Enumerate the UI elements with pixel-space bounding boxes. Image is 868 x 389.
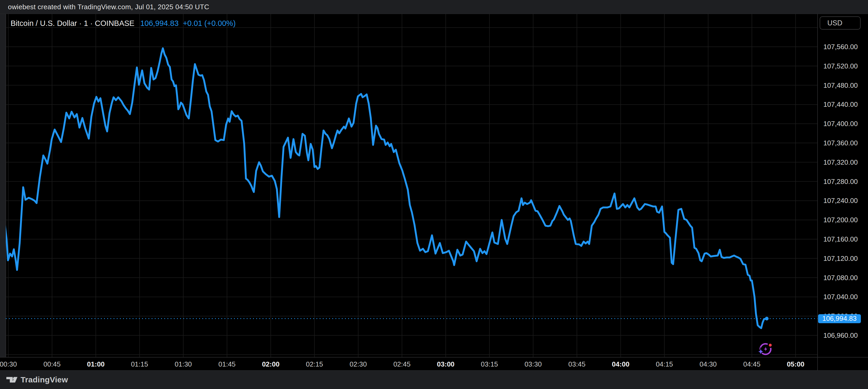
time-axis-label: 02:00 — [262, 357, 280, 370]
chart-graphics — [0, 14, 868, 370]
red-dot-icon — [768, 343, 772, 347]
legend-change: +0.01 (+0.00%) — [183, 19, 236, 28]
tradingview-logo-icon — [6, 377, 18, 383]
time-axis-label: 04:15 — [656, 357, 673, 370]
price-line-series — [5, 48, 767, 328]
legend-last-price: 106,994.83 — [140, 19, 179, 28]
time-axis-label: 01:45 — [218, 357, 236, 370]
chart-borders — [0, 14, 868, 370]
price-axis-label: 107,040.00 — [824, 293, 858, 301]
time-axis-label: 04:00 — [612, 357, 629, 370]
gridlines — [6, 14, 817, 357]
price-axis-label: 107,240.00 — [824, 197, 858, 205]
time-axis-label: 02:15 — [306, 357, 323, 370]
price-axis-label: 107,280.00 — [824, 178, 858, 185]
price-axis-label: 107,080.00 — [824, 274, 858, 282]
bottom-bar: TradingView — [0, 370, 868, 389]
time-axis-label: 03:30 — [525, 357, 542, 370]
price-axis-label: 107,320.00 — [824, 158, 858, 166]
time-axis-label: 05:00 — [787, 357, 805, 370]
chart-legend: Bitcoin / U.S. Dollar · 1 · COINBASE 106… — [10, 19, 236, 28]
price-axis-label: 107,520.00 — [824, 62, 858, 70]
tradingview-snapshot: owiebest created with TradingView.com, J… — [0, 0, 868, 389]
price-axis-label: 107,480.00 — [824, 81, 858, 89]
last-price-marker-dot — [765, 317, 769, 321]
time-axis-label: 00:45 — [43, 357, 61, 370]
currency-toggle-label: USD — [827, 19, 842, 27]
price-axis-label: 107,400.00 — [824, 120, 858, 128]
time-axis-label: 04:45 — [743, 357, 761, 370]
price-axis[interactable]: USD 107,560.00107,520.00107,480.00107,44… — [817, 14, 868, 370]
tradingview-logo-text: TradingView — [21, 375, 68, 384]
time-axis[interactable]: 00:3000:4501:0001:1501:3001:4502:0002:15… — [0, 357, 817, 370]
price-axis-label: 107,360.00 — [824, 139, 858, 147]
current-price-badge: 106,994.83 — [818, 314, 861, 323]
attribution-bar: owiebest created with TradingView.com, J… — [0, 0, 868, 14]
time-axis-label: 02:30 — [350, 357, 367, 370]
attribution-text: owiebest created with TradingView.com, J… — [0, 3, 209, 11]
price-axis-label: 107,200.00 — [824, 216, 858, 224]
price-axis-label: 106,960.00 — [824, 331, 858, 339]
time-axis-label: 02:45 — [393, 357, 410, 370]
tradingview-logo-link[interactable]: TradingView — [6, 375, 68, 384]
price-axis-label: 107,560.00 — [824, 43, 858, 51]
current-price-badge-label: 106,994.83 — [822, 315, 857, 323]
time-axis-label: 03:45 — [568, 357, 585, 370]
price-axis-label: 107,160.00 — [824, 235, 858, 243]
price-axis-label: 107,440.00 — [824, 100, 858, 108]
time-axis-label: 00:30 — [0, 357, 17, 370]
currency-toggle-button[interactable]: USD — [820, 17, 861, 30]
time-axis-label: 01:30 — [175, 357, 192, 370]
time-axis-label: 01:15 — [131, 357, 148, 370]
time-axis-label: 03:15 — [481, 357, 498, 370]
sparkle-lightning-icon[interactable] — [758, 343, 773, 354]
time-axis-label: 03:00 — [437, 357, 455, 370]
price-chart-canvas[interactable] — [0, 0, 868, 389]
time-axis-label: 01:00 — [87, 357, 104, 370]
time-axis-label: 04:30 — [700, 357, 717, 370]
price-axis-label: 107,120.00 — [824, 255, 858, 262]
symbol-title[interactable]: Bitcoin / U.S. Dollar · 1 · COINBASE — [10, 19, 134, 28]
